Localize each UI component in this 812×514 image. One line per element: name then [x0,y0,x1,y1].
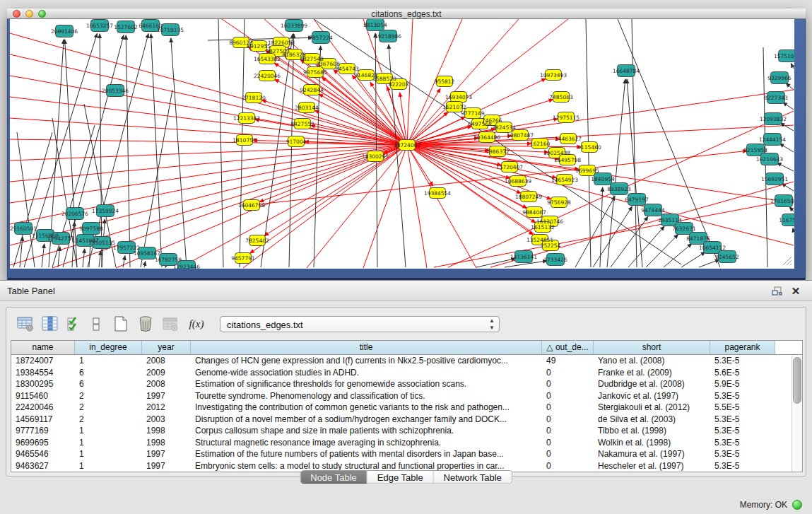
table-header-row: namein_degreeyeartitle△ out_de...shortpa… [11,341,802,355]
table-selector-dropdown[interactable]: citations_edges.txt ▲▼ [220,316,500,332]
table-toolbar: f(x) citations_edges.txt ▲▼ [13,313,500,334]
graph-node-label: 9699695 [575,168,599,174]
citation-edge-red [180,145,407,268]
table-type-tabs: Node TableEdge TableNetwork Table [300,470,512,484]
table-cell-pagerank: 5.5E-5 [710,402,775,414]
table-cell-out_degree: 49 [542,355,594,367]
citation-edge-black [171,38,187,267]
tab-network-table[interactable]: Network Table [434,471,512,484]
panel-title: Table Panel [7,281,55,302]
table-cell-short: Tibbo et al. (1998) [594,425,710,437]
graph-node-label: 2718120 [242,95,266,101]
citation-edge-black [791,64,794,69]
table-row[interactable]: 969969511998Structural magnetic resonanc… [11,437,802,449]
graph-node-label: 18226058 [268,40,295,46]
graph-node-label: 9242844 [300,87,324,93]
float-window-icon[interactable] [771,286,784,297]
table-row[interactable]: 2242004622012Investigating the contribut… [11,402,802,414]
graph-node-label: 18807249 [515,194,542,200]
citation-edge-black [123,256,125,267]
graph-node-label: 7485063 [549,94,573,100]
graph-node-label: 8471876 [686,235,710,242]
table-cell-in_degree: 1 [75,425,142,437]
graph-node-label: 17016504 [770,198,794,204]
table-cell-out_degree: 0 [542,414,594,426]
table-cell-year: 1997 [142,448,191,460]
table-cell-out_degree: 0 [542,402,594,414]
memory-status-indicator[interactable] [792,500,802,510]
table-cell-in_degree: 6 [75,367,142,379]
canvas-resize-grip[interactable] [779,253,792,266]
table-row[interactable]: 1938455462009Genome-wide association stu… [11,367,802,379]
table-row[interactable]: 977716911998Corpus callosum shape and si… [11,425,802,437]
citation-edge-black [83,249,85,267]
graph-node-label: 1733426 [543,257,567,263]
panel-close-icon[interactable]: ✕ [789,286,802,297]
window-title: citations_edges.txt [7,9,806,19]
graph-node-label: 16648784 [613,68,640,74]
delete-column-icon[interactable] [134,314,158,334]
graph-node-label: 20206576 [61,211,88,217]
column-header-year[interactable]: year [142,341,191,354]
network-canvas-container[interactable]: 1872400789601238912955182260589827503165… [10,19,794,269]
deselect-all-icon[interactable] [84,314,108,334]
network-canvas[interactable]: 1872400789601238912955182260589827503165… [10,19,794,269]
table-row[interactable]: 1872400712008Changes of HCN gene express… [11,355,802,367]
table-scrollbar[interactable] [792,356,802,472]
column-header-out_degree[interactable]: △ out_de... [542,341,594,354]
column-header-pagerank[interactable]: pagerank [710,341,775,354]
table-row[interactable]: 946554611997Estimation of the future num… [11,448,802,460]
graph-node-label: 13505135 [88,240,115,246]
column-chooser-icon[interactable] [37,314,63,334]
citation-edge-red [275,79,407,145]
citation-edge-black [699,259,719,267]
graph-node-label: 22420046 [254,73,281,79]
tab-node-table[interactable]: Node Table [300,471,367,484]
graph-node-label: 8813054 [363,22,387,28]
graph-node-label: 10025438 [543,150,570,156]
table-cell-pagerank: 5.3E-5 [710,448,775,460]
table-cell-out_degree: 0 [542,378,594,390]
table-cell-in_degree: 1 [75,460,142,472]
table-cell-pagerank: 5.3E-5 [710,460,775,472]
table-cell-in_degree: 2 [75,414,142,426]
column-header-title[interactable]: title [191,341,542,354]
table-scrollbar-thumb[interactable] [793,357,801,404]
column-header-short[interactable]: short [594,341,710,354]
graph-node-label: 14136141 [510,254,537,260]
table-cell-year: 2008 [142,378,191,390]
citation-edge-black [780,123,794,131]
table-row[interactable]: 911546021997Tourette syndrome. Phenomeno… [11,390,802,402]
table-cell-out_degree: 0 [542,390,594,402]
citation-edge-black [289,34,294,267]
table-cell-title: Investigating the contribution of common… [191,402,542,414]
table-settings-icon[interactable] [13,314,37,334]
graph-node-label: 1810755 [233,137,257,144]
table-row[interactable]: 1456911722003Disruption of a novel membe… [11,414,802,426]
column-header-in_degree[interactable]: in_degree [75,341,142,354]
table-cell-title: Estimation of significance thresholds fo… [191,378,542,390]
column-header-name[interactable]: name [11,341,75,354]
table-cell-out_degree: 0 [542,437,594,449]
table-row[interactable]: 1830029562008Estimation of significance … [11,378,802,390]
citation-edge-black [777,163,794,171]
function-builder-icon[interactable]: f(x) [183,314,210,334]
graph-node-label: 20053346 [102,88,129,94]
table-cell-title: Genome-wide association studies in ADHD. [191,367,542,379]
table-cell-short: Nakamura et al. (1997) [594,448,710,460]
citation-edge-black [793,228,794,231]
new-table-icon[interactable] [108,314,134,334]
graph-node-label: 9884067 [522,209,546,216]
window-titlebar[interactable]: citations_edges.txt [7,8,806,19]
graph-node-label: 18300295 [362,153,389,160]
citation-edge-red [407,145,433,186]
citation-edge-black [144,262,146,267]
citation-edge-black [141,90,172,267]
table-cell-short: de Silva et al. (2003) [594,414,710,426]
delete-table-disabled-icon [158,314,183,334]
tab-edge-table[interactable]: Edge Table [367,471,434,484]
select-all-icon[interactable] [63,314,84,334]
graph-node-label: 1615132 [531,224,555,230]
table-panel-titlebar[interactable]: Table Panel ✕ [0,280,812,301]
citation-edge-black [151,34,162,267]
